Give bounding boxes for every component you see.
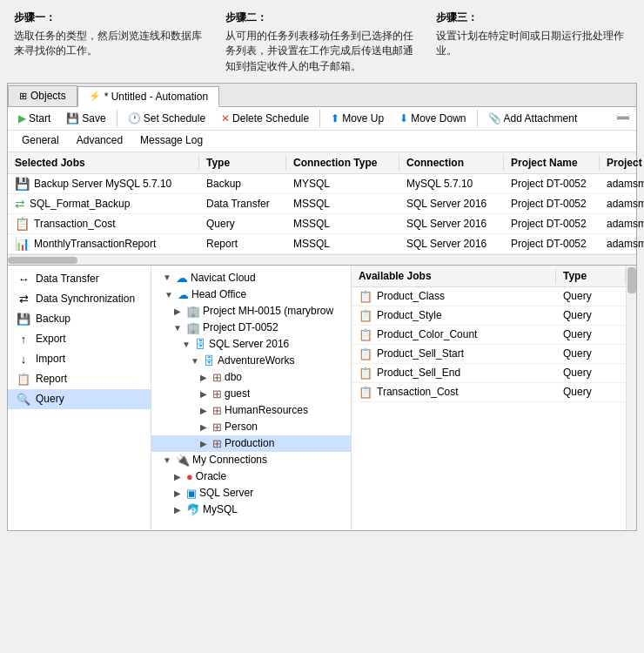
step-2-title: 步骤二： [225,10,419,25]
sidebar-label: Backup [36,313,70,325]
tree-my-connections[interactable]: ▼ 🔌 My Connections [151,452,351,468]
conn-icon: ▣ [186,487,197,500]
delete-schedule-button[interactable]: ✕ Delete Schedule [214,109,316,128]
job-name-cell: 📋 Product_Sell_Start [352,345,556,363]
h-scrollbar-thumb[interactable] [8,257,77,264]
col-selected-jobs: Selected Jobs [8,155,199,171]
expand-icon[interactable]: ▼ [180,340,192,349]
tree-node-production[interactable]: ▶ ⊞ Production [151,435,351,452]
job-type-cell: Query [556,345,626,362]
add-attachment-label: Add Attachment [504,112,578,125]
tree-node-dbo[interactable]: ▶ ⊞ dbo [151,369,351,386]
expand-icon[interactable]: ▼ [171,323,184,333]
sidebar-icon: ↓ [17,353,30,366]
sidebar-icon: 🔍 [17,393,30,406]
tree-node-head-office[interactable]: ▼ ☁ Head Office [151,286,351,303]
start-button[interactable]: ▶ Start [11,109,57,128]
table-row[interactable]: 📊 MonthlyTransactionReport Report MSSQL … [8,234,636,254]
tree-conn-oracle[interactable]: ▶ ● Oracle [151,468,351,485]
tree-node-sql-server-2016[interactable]: ▼ 🗄 SQL Server 2016 [151,336,351,353]
start-label: Start [29,112,50,125]
jobs-title-header: Available Jobs [352,268,556,284]
sidebar-item-export[interactable]: ↑ Export [8,329,151,349]
save-button[interactable]: 💾 Save [59,109,112,128]
v-scrollbar[interactable] [626,266,636,530]
set-schedule-button[interactable]: 🕐 Set Schedule [121,109,212,128]
expand-icon[interactable]: ▶ [198,422,210,432]
add-attachment-button[interactable]: 📎 Add Attachment [481,109,585,128]
job-project: Project DT-0052 [504,195,600,212]
sep-2 [319,110,320,127]
tree-icon: ⊞ [212,371,222,384]
sidebar-icon: ⇄ [17,293,30,306]
job-row[interactable]: 📋 Product_Style Query [352,306,626,326]
job-row[interactable]: 📋 Product_Sell_End Query [352,364,626,383]
main-window: ⊞ Objects ⚡ * Untitled - Automation ▶ St… [7,83,637,531]
sidebar-item-query[interactable]: 🔍 Query [8,389,151,409]
expand-icon[interactable]: ▶ [171,488,184,498]
sidebar-item-data-synchronization[interactable]: ⇄ Data Synchronization [8,289,151,309]
h-scrollbar[interactable] [8,254,636,265]
sidebar-label: Export [36,333,66,345]
sidebar-label: Report [36,373,67,385]
tab-objects[interactable]: ⊞ Objects [8,85,77,106]
job-name: 💾 Backup Server MySQL 5.7.10 [8,174,199,193]
tree-conn-sql server[interactable]: ▶ ▣ SQL Server [151,485,351,502]
job-row[interactable]: 📋 Product_Color_Count Query [352,326,626,345]
sidebar-label: Import [36,353,65,365]
expand-icon[interactable]: ▶ [171,472,184,481]
sidebar-icon: 💾 [17,313,30,326]
table-row[interactable]: ⇄ SQL_Format_Backup Data Transfer MSSQL … [8,194,636,214]
tree-navicat-cloud[interactable]: ▼ ☁ Navicat Cloud [151,269,351,286]
job-icon: 💾 [15,177,30,191]
expand-icon[interactable]: ▶ [171,306,184,316]
job-row[interactable]: 📋 Product_Class Query [352,287,626,306]
sidebar-item-report[interactable]: 📋 Report [8,369,151,389]
jobs-list: 📋 Product_Class Query 📋 Product_Style Qu… [352,287,626,402]
tree-node-humanresources[interactable]: ▶ ⊞ HumanResources [151,402,351,419]
expand-icon[interactable]: ▶ [198,373,210,382]
connections-icon: 🔌 [176,454,190,467]
conn-icon: 🐬 [186,503,200,516]
tree-node-person[interactable]: ▶ ⊞ Person [151,419,351,435]
sidebar-item-import[interactable]: ↓ Import [8,349,151,369]
expand-cloud[interactable]: ▼ [161,273,173,282]
tree-node-project-dt-0052[interactable]: ▼ 🏢 Project DT-0052 [151,320,351,336]
expand-icon[interactable]: ▼ [163,290,175,300]
job-type-cell: Query [556,306,626,324]
move-up-button[interactable]: ⬆ Move Up [324,109,391,128]
table-row[interactable]: 📋 Transaction_Cost Query MSSQL SQL Serve… [8,214,636,234]
col-owner: Project Owner N [600,155,644,171]
expand-my-conn[interactable]: ▼ [161,455,173,465]
tree-node-adventureworks[interactable]: ▼ 🗄 AdventureWorks [151,353,351,369]
job-row[interactable]: 📋 Transaction_Cost Query [352,383,626,402]
tree-node-project-mh-0015[interactable]: ▶ 🏢 Project MH-0015 (marybrow [151,303,351,320]
job-project: Project DT-0052 [504,215,600,232]
expand-icon[interactable]: ▶ [198,406,210,415]
sidebar-label: Data Transfer [36,273,99,285]
sidebar-item-backup[interactable]: 💾 Backup [8,309,151,329]
table-header: Selected Jobs Type Connection Type Conne… [8,152,636,174]
tree-node-guest[interactable]: ▶ ⊞ guest [151,386,351,402]
job-type: Report [199,235,286,252]
expand-icon[interactable]: ▶ [198,389,210,399]
expand-icon[interactable]: ▶ [198,439,210,448]
sidebar-icon: 📋 [17,373,30,386]
table-row[interactable]: 💾 Backup Server MySQL 5.7.10 Backup MYSQ… [8,174,636,194]
save-label: Save [82,112,105,125]
job-row[interactable]: 📋 Product_Sell_Start Query [352,345,626,364]
toolbar-more[interactable] [614,113,633,123]
tab-message-log[interactable]: Message Log [131,131,211,151]
expand-icon[interactable]: ▼ [189,356,201,366]
step-2-desc: 从可用的任务列表移动任务到已选择的任务列表，并设置在工作完成后传送电邮通知到指定… [225,29,419,74]
tab-advanced[interactable]: Advanced [68,131,131,151]
tree-conn-mysql[interactable]: ▶ 🐬 MySQL [151,502,351,518]
tab-untitled[interactable]: ⚡ * Untitled - Automation [77,86,219,107]
menu-tabs: General Advanced Message Log [8,131,636,152]
v-scrollbar-thumb[interactable] [627,267,636,293]
expand-icon[interactable]: ▶ [171,505,184,515]
sidebar-item-data-transfer[interactable]: ↔ Data Transfer [8,269,151,289]
tab-general[interactable]: General [13,131,68,151]
tree-icon: 🏢 [186,305,200,318]
move-down-button[interactable]: ⬇ Move Down [392,109,473,128]
